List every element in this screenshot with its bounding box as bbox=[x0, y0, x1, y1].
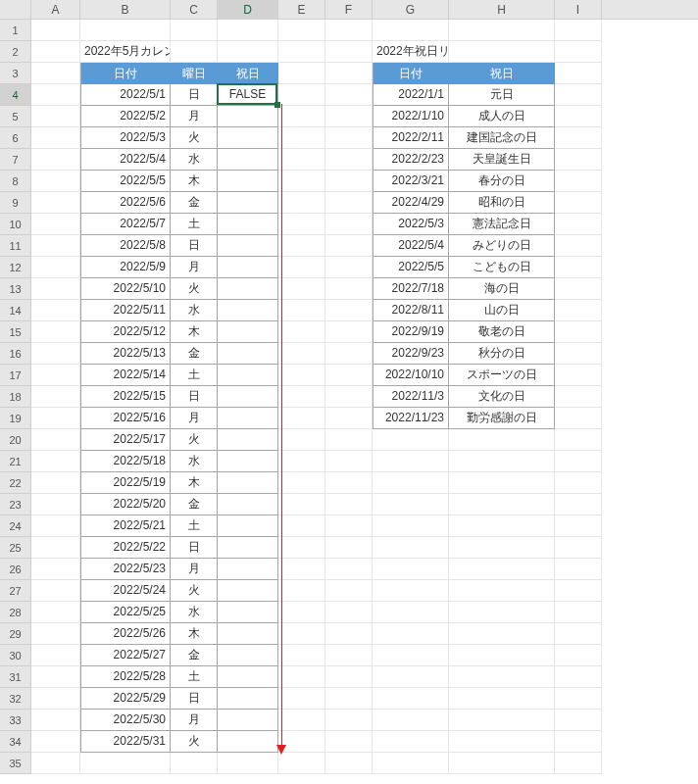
cell-A27[interactable] bbox=[31, 580, 80, 602]
cell-C2[interactable] bbox=[171, 41, 218, 63]
row-header-6[interactable]: 6 bbox=[0, 127, 31, 149]
cell-B28[interactable]: 2022/5/25 bbox=[80, 602, 171, 623]
cell-H9[interactable]: 昭和の日 bbox=[449, 192, 555, 214]
cell-D23[interactable] bbox=[218, 494, 278, 515]
cell-F10[interactable] bbox=[325, 214, 373, 235]
cell-I22[interactable] bbox=[555, 472, 602, 494]
cell-G6[interactable]: 2022/2/11 bbox=[373, 127, 449, 149]
cell-I7[interactable] bbox=[555, 149, 602, 171]
cell-G18[interactable]: 2022/11/3 bbox=[373, 386, 449, 408]
cell-B23[interactable]: 2022/5/20 bbox=[80, 494, 171, 515]
cell-F20[interactable] bbox=[325, 429, 373, 451]
cell-I23[interactable] bbox=[555, 494, 602, 515]
row-header-35[interactable]: 35 bbox=[0, 753, 31, 774]
cell-E31[interactable] bbox=[278, 666, 325, 688]
cell-B8[interactable]: 2022/5/5 bbox=[80, 171, 171, 192]
row-header-17[interactable]: 17 bbox=[0, 365, 31, 386]
cell-G31[interactable] bbox=[373, 666, 449, 688]
row-header-1[interactable]: 1 bbox=[0, 20, 31, 41]
cell-F21[interactable] bbox=[325, 451, 373, 472]
cell-B26[interactable]: 2022/5/23 bbox=[80, 559, 171, 580]
cell-I19[interactable] bbox=[555, 408, 602, 429]
cell-E17[interactable] bbox=[278, 365, 325, 386]
cell-F25[interactable] bbox=[325, 537, 373, 559]
cell-H5[interactable]: 成人の日 bbox=[449, 106, 555, 127]
cell-F31[interactable] bbox=[325, 666, 373, 688]
col-header-F[interactable]: F bbox=[325, 0, 373, 20]
cell-A22[interactable] bbox=[31, 472, 80, 494]
cell-D5[interactable] bbox=[218, 106, 278, 127]
cell-I15[interactable] bbox=[555, 321, 602, 343]
row-header-24[interactable]: 24 bbox=[0, 515, 31, 537]
cell-G28[interactable] bbox=[373, 602, 449, 623]
cell-G29[interactable] bbox=[373, 623, 449, 645]
cell-A35[interactable] bbox=[31, 753, 80, 774]
cell-G26[interactable] bbox=[373, 559, 449, 580]
cell-H1[interactable] bbox=[449, 20, 555, 41]
cell-D10[interactable] bbox=[218, 214, 278, 235]
cell-A15[interactable] bbox=[31, 321, 80, 343]
col-header-G[interactable]: G bbox=[373, 0, 449, 20]
cell-C3[interactable]: 曜日 bbox=[171, 63, 218, 84]
cell-D18[interactable] bbox=[218, 386, 278, 408]
cell-D32[interactable] bbox=[218, 688, 278, 710]
cell-G32[interactable] bbox=[373, 688, 449, 710]
cell-I20[interactable] bbox=[555, 429, 602, 451]
cell-C13[interactable]: 火 bbox=[171, 278, 218, 300]
cell-G21[interactable] bbox=[373, 451, 449, 472]
cell-C18[interactable]: 日 bbox=[171, 386, 218, 408]
cell-A33[interactable] bbox=[31, 710, 80, 731]
cell-E24[interactable] bbox=[278, 515, 325, 537]
row-header-10[interactable]: 10 bbox=[0, 214, 31, 235]
cell-E4[interactable] bbox=[278, 84, 325, 106]
cell-G20[interactable] bbox=[373, 429, 449, 451]
cell-I27[interactable] bbox=[555, 580, 602, 602]
cell-I30[interactable] bbox=[555, 645, 602, 666]
row-header-12[interactable]: 12 bbox=[0, 257, 31, 278]
row-header-32[interactable]: 32 bbox=[0, 688, 31, 710]
cell-I31[interactable] bbox=[555, 666, 602, 688]
cell-I28[interactable] bbox=[555, 602, 602, 623]
sheet-body[interactable]: 2022年5月カレンダー2022年祝日リスト日付曜日祝日日付祝日2022/5/1… bbox=[31, 20, 698, 784]
cell-C15[interactable]: 木 bbox=[171, 321, 218, 343]
cell-B11[interactable]: 2022/5/8 bbox=[80, 235, 171, 257]
cell-G3[interactable]: 日付 bbox=[373, 63, 449, 84]
col-header-C[interactable]: C bbox=[171, 0, 218, 20]
cell-C6[interactable]: 火 bbox=[171, 127, 218, 149]
cell-G30[interactable] bbox=[373, 645, 449, 666]
cell-H18[interactable]: 文化の日 bbox=[449, 386, 555, 408]
cell-D20[interactable] bbox=[218, 429, 278, 451]
cell-E10[interactable] bbox=[278, 214, 325, 235]
cell-A28[interactable] bbox=[31, 602, 80, 623]
cell-A31[interactable] bbox=[31, 666, 80, 688]
cell-E6[interactable] bbox=[278, 127, 325, 149]
cell-grid[interactable]: 2022年5月カレンダー2022年祝日リスト日付曜日祝日日付祝日2022/5/1… bbox=[31, 20, 698, 774]
cell-E21[interactable] bbox=[278, 451, 325, 472]
cell-H33[interactable] bbox=[449, 710, 555, 731]
cell-C25[interactable]: 日 bbox=[171, 537, 218, 559]
cell-B1[interactable] bbox=[80, 20, 171, 41]
cell-C20[interactable]: 火 bbox=[171, 429, 218, 451]
cell-B6[interactable]: 2022/5/3 bbox=[80, 127, 171, 149]
cell-I2[interactable] bbox=[555, 41, 602, 63]
cell-H2[interactable] bbox=[449, 41, 555, 63]
cell-B7[interactable]: 2022/5/4 bbox=[80, 149, 171, 171]
cell-F17[interactable] bbox=[325, 365, 373, 386]
cell-C16[interactable]: 金 bbox=[171, 343, 218, 365]
cell-A4[interactable] bbox=[31, 84, 80, 106]
row-header-34[interactable]: 34 bbox=[0, 731, 31, 753]
cell-E33[interactable] bbox=[278, 710, 325, 731]
cell-D6[interactable] bbox=[218, 127, 278, 149]
cell-F8[interactable] bbox=[325, 171, 373, 192]
cell-B32[interactable]: 2022/5/29 bbox=[80, 688, 171, 710]
cell-F18[interactable] bbox=[325, 386, 373, 408]
cell-A7[interactable] bbox=[31, 149, 80, 171]
cell-C12[interactable]: 月 bbox=[171, 257, 218, 278]
cell-A2[interactable] bbox=[31, 41, 80, 63]
cell-D15[interactable] bbox=[218, 321, 278, 343]
cell-G22[interactable] bbox=[373, 472, 449, 494]
cell-I9[interactable] bbox=[555, 192, 602, 214]
cell-G19[interactable]: 2022/11/23 bbox=[373, 408, 449, 429]
cell-H27[interactable] bbox=[449, 580, 555, 602]
cell-A19[interactable] bbox=[31, 408, 80, 429]
